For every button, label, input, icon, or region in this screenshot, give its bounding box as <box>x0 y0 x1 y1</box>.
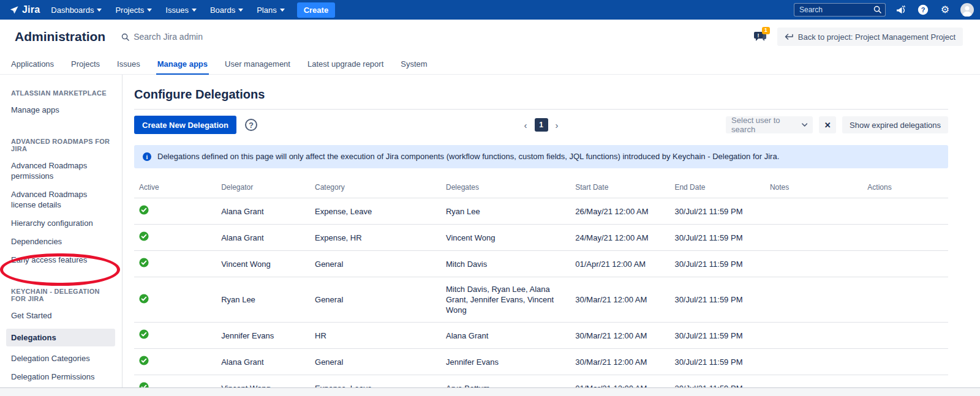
cell-actions <box>867 225 948 251</box>
sidebar-item-early-access-features[interactable]: Early access features <box>11 255 109 265</box>
cell-delegates: Arve Bettum <box>446 375 575 388</box>
cell-delegator: Ryan Lee <box>221 277 315 323</box>
active-check-icon <box>139 382 149 387</box>
cell-end: 30/Jul/21 11:59 PM <box>674 225 769 251</box>
jira-logo[interactable]: Jira <box>9 4 40 15</box>
column-header-actions: Actions <box>867 177 948 198</box>
pagination-prev[interactable]: ‹ <box>523 120 529 130</box>
svg-text:?: ? <box>921 6 925 13</box>
cell-delegates: Mitch Davis, Ryan Lee, Alana Grant, Jenn… <box>446 277 575 323</box>
pagination-page-1[interactable]: 1 <box>535 118 548 132</box>
user-search-select[interactable]: Select user to search <box>726 116 813 133</box>
navbar-right: ? ⚙ <box>794 3 974 17</box>
cell-notes <box>770 349 867 375</box>
help-question-icon[interactable]: ? <box>245 119 257 131</box>
info-banner-text: Delegations defined on this page will on… <box>157 152 779 162</box>
sidebar-item-roadmaps-permissions[interactable]: Advanced Roadmaps permissions <box>11 160 109 181</box>
back-arrow-icon <box>785 34 793 40</box>
column-header-end-date: End Date <box>674 177 769 198</box>
cell-active <box>134 225 221 251</box>
cell-delegator: Alana Grant <box>221 225 315 251</box>
admin-search-input[interactable] <box>134 32 268 42</box>
tab-applications[interactable]: Applications <box>10 58 55 73</box>
create-new-delegation-button[interactable]: Create New Delegation <box>134 116 236 134</box>
svg-text:!: ! <box>757 32 759 39</box>
cell-delegates: Alana Grant <box>446 323 575 349</box>
cell-active <box>134 375 221 388</box>
feedback-icon[interactable]: ! 1 <box>753 29 769 44</box>
cell-end: 30/Jul/21 11:59 PM <box>674 323 769 349</box>
cell-active <box>134 349 221 375</box>
back-to-project-button[interactable]: Back to project: Project Management Proj… <box>777 28 963 46</box>
cell-start: 30/Mar/21 12:00 AM <box>575 277 674 323</box>
cell-actions <box>867 198 948 225</box>
avatar[interactable] <box>960 3 974 17</box>
gear-icon[interactable]: ⚙ <box>938 3 952 17</box>
admin-search <box>121 32 268 42</box>
cell-active <box>134 198 221 225</box>
sidebar-item-hierarchy-configuration[interactable]: Hierarchy configuration <box>11 218 109 228</box>
tab-projects[interactable]: Projects <box>70 58 101 73</box>
navbar-search-input[interactable] <box>794 3 886 17</box>
tab-manage-apps[interactable]: Manage apps <box>156 58 209 75</box>
navbar-search <box>794 3 886 17</box>
sidebar-section-marketplace: ATLASSIAN MARKETPLACE <box>11 89 116 97</box>
sidebar-item-delegation-permissions[interactable]: Delegation Permissions <box>11 372 109 382</box>
cell-start: 01/Mar/21 12:00 AM <box>575 375 674 388</box>
cell-category: Expense, Leave <box>315 375 446 388</box>
nav-issues-label: Issues <box>165 6 189 15</box>
search-icon <box>121 33 129 41</box>
tab-user-management[interactable]: User management <box>224 58 292 73</box>
sidebar-item-delegations[interactable]: Delegations <box>6 329 115 346</box>
create-button[interactable]: Create <box>297 2 335 18</box>
cell-active <box>134 323 221 349</box>
chevron-down-icon <box>802 123 807 127</box>
table-row: Jennifer EvansHRAlana Grant30/Mar/21 12:… <box>134 323 948 349</box>
content-area: ATLASSIAN MARKETPLACE Manage apps ADVANC… <box>0 75 980 387</box>
table-header-row: Active Delegator Category Delegates Star… <box>134 177 948 198</box>
cell-delegator: Jennifer Evans <box>221 323 315 349</box>
user-search-select-value: Select user to search <box>731 116 802 134</box>
cell-end: 30/Jul/21 11:59 PM <box>674 251 769 277</box>
cell-actions <box>867 323 948 349</box>
cell-notes <box>770 225 867 251</box>
tab-latest-upgrade-report[interactable]: Latest upgrade report <box>306 58 385 73</box>
page-footer <box>0 387 980 396</box>
info-banner: i Delegations defined on this page will … <box>134 145 948 168</box>
chevron-down-icon <box>280 9 285 12</box>
nav-boards-label: Boards <box>210 6 235 15</box>
active-check-icon <box>139 258 149 267</box>
cell-category: Expense, Leave <box>315 198 446 225</box>
cell-category: General <box>315 277 446 323</box>
nav-projects[interactable]: Projects <box>115 6 152 15</box>
nav-plans[interactable]: Plans <box>257 6 285 15</box>
cell-category: General <box>315 251 446 277</box>
column-header-notes: Notes <box>770 177 867 198</box>
delegations-table: Active Delegator Category Delegates Star… <box>134 177 948 387</box>
nav-dashboards[interactable]: Dashboards <box>51 6 102 15</box>
jira-logo-icon <box>9 5 19 15</box>
column-header-delegates: Delegates <box>446 177 575 198</box>
announcements-icon[interactable] <box>894 3 908 17</box>
cell-delegator: Alana Grant <box>221 198 315 225</box>
active-check-icon <box>139 329 149 339</box>
sidebar-item-get-started[interactable]: Get Started <box>11 310 109 321</box>
table-row: Ryan LeeGeneralMitch Davis, Ryan Lee, Al… <box>134 277 948 323</box>
sidebar-item-roadmaps-license[interactable]: Advanced Roadmaps license details <box>11 189 109 210</box>
nav-dashboards-label: Dashboards <box>51 6 94 15</box>
sidebar-item-delegation-categories[interactable]: Delegation Categories <box>11 353 109 364</box>
tab-system[interactable]: System <box>399 58 428 73</box>
back-to-project-label: Back to project: Project Management Proj… <box>798 32 956 42</box>
notification-badge: 1 <box>762 27 770 34</box>
nav-boards[interactable]: Boards <box>210 6 243 15</box>
sidebar-item-dependencies[interactable]: Dependencies <box>11 236 109 247</box>
tab-issues[interactable]: Issues <box>116 58 141 73</box>
nav-issues[interactable]: Issues <box>165 6 197 15</box>
help-icon[interactable]: ? <box>916 3 930 17</box>
search-icon <box>873 6 881 13</box>
sidebar-item-manage-apps[interactable]: Manage apps <box>11 105 109 115</box>
show-expired-delegations-button[interactable]: Show expired delegations <box>842 116 948 133</box>
cell-delegator: Alana Grant <box>221 349 315 375</box>
clear-user-filter-button[interactable]: ✕ <box>819 116 836 133</box>
pagination-next[interactable]: › <box>554 120 560 130</box>
